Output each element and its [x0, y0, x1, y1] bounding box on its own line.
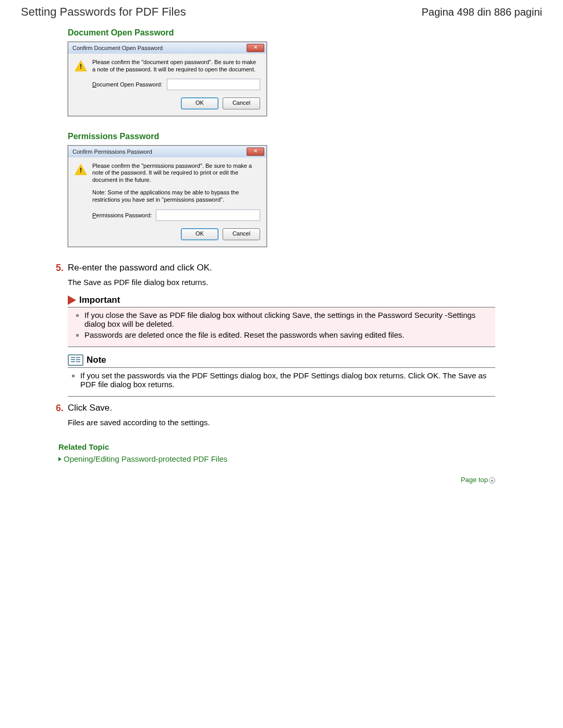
step5-sub: The Save as PDF file dialog box returns. — [68, 278, 495, 287]
important-icon — [68, 295, 76, 305]
dialog2-message: Please confirm the "permissions password… — [92, 163, 260, 184]
ok-button[interactable]: OK — [181, 97, 218, 109]
triangle-icon — [58, 457, 62, 461]
dialog1-message: Please confirm the "document open passwo… — [92, 59, 260, 73]
page-title: Setting Passwords for PDF Files — [21, 5, 186, 19]
dialog2-title: Confirm Permissions Password — [72, 149, 152, 155]
ok-button[interactable]: OK — [181, 228, 218, 240]
important-item: Passwords are deleted once the file is e… — [84, 330, 491, 339]
important-callout: Important If you close the Save as PDF f… — [68, 294, 495, 347]
warning-icon — [75, 164, 87, 175]
step-number: 6. — [51, 403, 64, 414]
page-header: Setting Passwords for PDF Files Pagina 4… — [21, 5, 542, 19]
step6-sub: Files are saved according to the setting… — [68, 418, 495, 427]
close-icon[interactable]: ✕ — [247, 147, 264, 156]
heading-document-open-password: Document Open Password — [68, 28, 495, 38]
cancel-button[interactable]: Cancel — [223, 97, 260, 109]
warning-icon — [75, 60, 87, 71]
note-title: Note — [87, 355, 106, 365]
dialog2-field-label: Permissions Password: — [92, 212, 152, 218]
page-indicator: Pagina 498 din 886 pagini — [422, 6, 542, 18]
step-6: 6. Click Save. — [68, 403, 495, 414]
page-top-link[interactable]: Page top — [68, 476, 495, 484]
dialog-confirm-permissions-password: Confirm Permissions Password ✕ Please co… — [68, 145, 267, 248]
dialog2-note: Note: Some of the applications may be ab… — [92, 189, 260, 204]
up-arrow-icon — [489, 477, 495, 484]
dialog1-title: Confirm Document Open Password — [72, 45, 163, 51]
cancel-button[interactable]: Cancel — [223, 228, 260, 240]
note-callout: Note If you set the passwords via the PD… — [68, 353, 495, 397]
step-text: Click Save. — [68, 403, 112, 414]
related-topic-link[interactable]: Opening/Editing Password-protected PDF F… — [58, 454, 495, 463]
step-text: Re-enter the password and click OK. — [68, 263, 212, 274]
note-item: If you set the passwords via the PDF Set… — [80, 371, 495, 389]
important-item: If you close the Save as PDF file dialog… — [84, 311, 491, 328]
important-title: Important — [79, 295, 120, 305]
note-icon — [68, 354, 83, 366]
permissions-password-input[interactable] — [156, 209, 260, 221]
document-open-password-input[interactable] — [167, 79, 260, 90]
step-number: 5. — [51, 263, 64, 274]
heading-permissions-password: Permissions Password — [68, 132, 495, 141]
step-5: 5. Re-enter the password and click OK. — [68, 263, 495, 274]
dialog-confirm-document-open-password: Confirm Document Open Password ✕ Please … — [68, 42, 267, 116]
dialog1-field-label: Document Open Password: — [92, 81, 163, 88]
related-topic-heading: Related Topic — [58, 442, 495, 451]
close-icon[interactable]: ✕ — [247, 44, 264, 52]
